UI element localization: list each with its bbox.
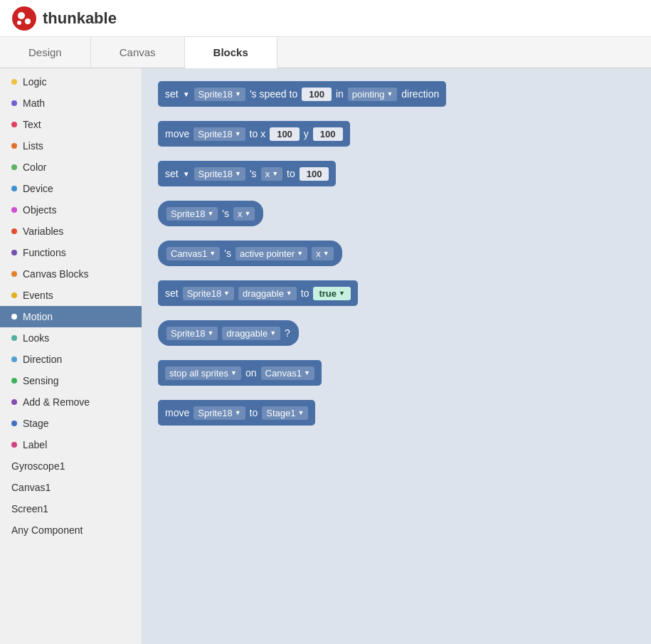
sprite-tag-6[interactable]: Sprite18 ▼ <box>183 287 234 300</box>
dot-text <box>11 122 17 127</box>
sidebar-item-math[interactable]: Math <box>0 93 142 114</box>
x-value[interactable]: 100 <box>270 127 300 141</box>
svg-point-0 <box>12 6 36 31</box>
dot-events <box>11 292 17 298</box>
block-row-8: stop all sprites ▼ on Canvas1 ▼ <box>158 360 635 386</box>
sidebar-item-label[interactable]: Label <box>0 434 142 455</box>
sidebar-item-variables[interactable]: Variables <box>0 221 142 242</box>
header: thunkable <box>0 0 651 37</box>
prop-value-3[interactable]: 100 <box>300 167 329 181</box>
canvas-dropdown-8[interactable]: Canvas1 ▼ <box>261 366 314 380</box>
set-dropdown-arrow: ▼ <box>183 90 190 98</box>
sidebar-item-sensing[interactable]: Sensing <box>0 370 142 391</box>
block-stop-sprites[interactable]: stop all sprites ▼ on Canvas1 ▼ <box>158 360 322 386</box>
dot-canvas-blocks <box>11 271 17 277</box>
dot-stage <box>11 421 17 426</box>
set-dropdown-arrow2: ▼ <box>183 170 190 178</box>
block-set-draggable[interactable]: set Sprite18 ▼ draggable ▼ to true ▼ <box>158 280 358 306</box>
set-label: set <box>165 88 179 100</box>
sidebar-item-functions[interactable]: Functions <box>0 242 142 263</box>
active-pointer-dropdown[interactable]: active pointer ▼ <box>235 247 307 260</box>
sidebar-item-canvas1[interactable]: Canvas1 <box>0 477 142 498</box>
blocks-canvas: set ▼ Sprite18 ▼ 's speed to 100 in poin… <box>142 68 651 644</box>
block-row-4: Sprite18 ▼ 's x ▼ <box>158 201 635 226</box>
block-move-xy[interactable]: move Sprite18 ▼ to x 100 y 100 <box>158 121 350 147</box>
block-row-1: set ▼ Sprite18 ▼ 's speed to 100 in poin… <box>158 81 635 107</box>
block-row-9: move Sprite18 ▼ to Stage1 ▼ <box>158 400 635 426</box>
block-row-3: set ▼ Sprite18 ▼ 's x ▼ to 100 <box>158 161 635 186</box>
dot-direction <box>11 357 17 362</box>
sprite-tag-7[interactable]: Sprite18 ▼ <box>166 327 218 340</box>
tab-bar: Design Canvas Blocks <box>0 37 651 68</box>
sprite-tag-3[interactable]: Sprite18 ▼ <box>194 167 245 181</box>
dot-sensing <box>11 378 17 384</box>
sidebar-item-looks[interactable]: Looks <box>0 327 142 349</box>
sprite-tag-5[interactable]: Canvas1 ▼ <box>166 247 220 260</box>
sidebar-item-canvas-blocks[interactable]: Canvas Blocks <box>0 263 142 285</box>
block-row-6: set Sprite18 ▼ draggable ▼ to true ▼ <box>158 280 635 306</box>
sidebar: Logic Math Text Lists Color Device Objec… <box>0 68 142 644</box>
sidebar-item-events[interactable]: Events <box>0 285 142 306</box>
sidebar-item-device[interactable]: Device <box>0 178 142 199</box>
dot-looks <box>11 335 17 341</box>
stop-dropdown[interactable]: stop all sprites ▼ <box>165 366 241 380</box>
sprite-tag-1[interactable]: Sprite18 ▼ <box>194 88 245 101</box>
dot-motion <box>11 314 17 320</box>
draggable-dropdown-7[interactable]: draggable ▼ <box>222 327 280 340</box>
pointing-dropdown[interactable]: pointing ▼ <box>348 88 397 101</box>
block-draggable-bool[interactable]: Sprite18 ▼ draggable ▼ ? <box>158 320 299 346</box>
block-row-7: Sprite18 ▼ draggable ▼ ? <box>158 320 635 346</box>
dot-objects <box>11 207 17 213</box>
tab-blocks[interactable]: Blocks <box>185 37 277 68</box>
svg-point-3 <box>17 21 21 25</box>
block-set-speed[interactable]: set ▼ Sprite18 ▼ 's speed to 100 in poin… <box>158 81 446 107</box>
sprite-tag-9[interactable]: Sprite18 ▼ <box>194 406 245 420</box>
main-area: Logic Math Text Lists Color Device Objec… <box>0 68 651 644</box>
prop-dropdown-5b[interactable]: x ▼ <box>312 247 333 260</box>
sidebar-item-motion[interactable]: Motion <box>0 306 142 327</box>
y-value[interactable]: 100 <box>313 127 343 141</box>
sidebar-item-stage[interactable]: Stage <box>0 413 142 434</box>
dot-functions <box>11 250 17 255</box>
sidebar-item-text[interactable]: Text <box>0 114 142 135</box>
stage-dropdown-9[interactable]: Stage1 ▼ <box>262 406 308 420</box>
block-move-to-stage[interactable]: move Sprite18 ▼ to Stage1 ▼ <box>158 400 315 426</box>
prop-dropdown-3[interactable]: x ▼ <box>261 167 282 181</box>
svg-point-2 <box>25 19 31 24</box>
dot-add-remove <box>11 399 17 405</box>
sidebar-item-screen1[interactable]: Screen1 <box>0 498 142 519</box>
block-get-x[interactable]: Sprite18 ▼ 's x ▼ <box>158 201 263 226</box>
dot-variables <box>11 228 17 234</box>
dot-label <box>11 442 17 448</box>
block-set-x[interactable]: set ▼ Sprite18 ▼ 's x ▼ to 100 <box>158 161 336 186</box>
svg-point-1 <box>18 12 25 19</box>
sidebar-item-add-remove[interactable]: Add & Remove <box>0 391 142 413</box>
sidebar-item-any-component[interactable]: Any Component <box>0 519 142 541</box>
dot-math <box>11 100 17 106</box>
sidebar-item-logic[interactable]: Logic <box>0 71 142 93</box>
app-name: thunkable <box>43 9 117 28</box>
block-row-5: Canvas1 ▼ 's active pointer ▼ x ▼ <box>158 241 635 266</box>
block-canvas-pointer[interactable]: Canvas1 ▼ 's active pointer ▼ x ▼ <box>158 241 342 266</box>
dot-device <box>11 186 17 191</box>
dot-color <box>11 164 17 170</box>
true-value[interactable]: true ▼ <box>313 287 350 300</box>
sidebar-item-objects[interactable]: Objects <box>0 199 142 221</box>
dot-logic <box>11 79 17 85</box>
dot-lists <box>11 143 17 149</box>
block-row-2: move Sprite18 ▼ to x 100 y 100 <box>158 121 635 147</box>
sidebar-item-direction[interactable]: Direction <box>0 349 142 370</box>
sidebar-item-color[interactable]: Color <box>0 157 142 178</box>
sidebar-item-gyroscope1[interactable]: Gyroscope1 <box>0 455 142 477</box>
tab-canvas[interactable]: Canvas <box>91 37 185 68</box>
sidebar-item-lists[interactable]: Lists <box>0 135 142 157</box>
sprite-tag-2[interactable]: Sprite18 ▼ <box>194 127 245 141</box>
logo-icon <box>11 6 37 31</box>
tab-design[interactable]: Design <box>0 37 91 68</box>
prop-dropdown-4[interactable]: x ▼ <box>233 207 255 221</box>
speed-value[interactable]: 100 <box>302 88 332 101</box>
logo-area: thunkable <box>11 6 117 31</box>
sprite-tag-4[interactable]: Sprite18 ▼ <box>166 207 218 221</box>
draggable-dropdown-6[interactable]: draggable ▼ <box>238 287 297 300</box>
